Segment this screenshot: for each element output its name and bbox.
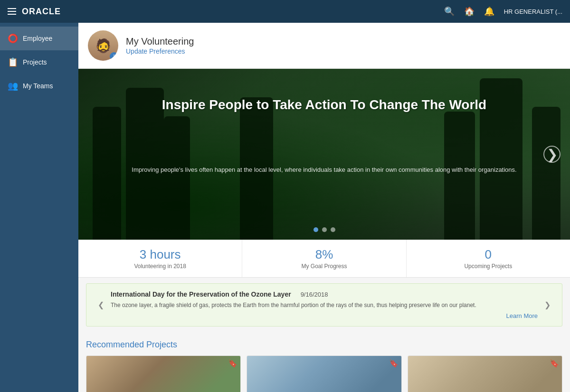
header-text: My Volunteering Update Preferences xyxy=(126,36,194,56)
sidebar-item-projects[interactable]: 📋 Projects xyxy=(0,50,78,74)
stat-upcoming-projects: 0 Upcoming Projects xyxy=(407,240,570,277)
notification-icon[interactable]: 🔔 xyxy=(484,6,494,17)
project-card-3[interactable]: 🔖 xyxy=(408,355,562,392)
card-image-3: 🔖 xyxy=(408,356,562,392)
hero-dots xyxy=(78,227,570,240)
event-title: International Day for the Preservation o… xyxy=(111,290,291,298)
event-banner: ❮ International Day for the Preservation… xyxy=(86,283,562,327)
sidebar-item-myteams[interactable]: 👥 My Teams xyxy=(0,74,78,98)
projects-icon: 📋 xyxy=(8,57,18,67)
stat-value: 3 hours xyxy=(88,247,232,262)
search-icon[interactable]: 🔍 xyxy=(444,6,455,17)
event-next-button[interactable]: ❯ xyxy=(542,299,552,311)
stat-value: 0 xyxy=(416,247,560,262)
event-title-row: International Day for the Preservation o… xyxy=(111,290,538,298)
project-card-1[interactable]: 🔖 xyxy=(86,355,241,392)
stat-goal-progress: 8% My Goal Progress xyxy=(242,240,406,277)
content-header: 🧔 i My Volunteering Update Preferences xyxy=(78,23,570,69)
hero-dot-1[interactable] xyxy=(314,227,318,232)
content-area: 🧔 i My Volunteering Update Preferences I… xyxy=(78,23,570,392)
card-image-2: 🔖 xyxy=(247,356,401,392)
hero-dot-2[interactable] xyxy=(322,227,327,232)
hamburger-menu-icon[interactable] xyxy=(8,8,16,15)
avatar: 🧔 i xyxy=(88,30,118,61)
event-content: International Day for the Preservation o… xyxy=(111,290,538,319)
bookmark-icon[interactable]: 🔖 xyxy=(228,359,238,368)
sidebar-item-label: Employee xyxy=(23,35,52,42)
stat-label: Volunteering in 2018 xyxy=(88,263,232,270)
top-navigation: ORACLE 🔍 🏠 🔔 HR GENERALIST (... xyxy=(0,0,570,23)
update-preferences-link[interactable]: Update Preferences xyxy=(126,47,185,55)
avatar-info-badge: i xyxy=(110,52,118,61)
sidebar-item-label: Projects xyxy=(23,58,47,66)
learn-more-link[interactable]: Learn More xyxy=(111,312,538,319)
card-image-1: 🔖 xyxy=(86,356,240,392)
stat-label: My Goal Progress xyxy=(252,263,396,270)
sidebar: ⭕ Employee 📋 Projects 👥 My Teams xyxy=(0,23,78,392)
user-menu[interactable]: HR GENERALIST (... xyxy=(504,8,562,15)
hero-banner: Inspire People to Take Action To Change … xyxy=(78,69,570,240)
oracle-logo: ORACLE xyxy=(22,7,61,17)
project-cards: 🔖 🔖 🔖 xyxy=(86,355,562,392)
hero-subtitle: Improving people's lives often happen at… xyxy=(78,165,570,185)
teams-icon: 👥 xyxy=(8,81,18,91)
event-description: The ozone layer, a fragile shield of gas… xyxy=(111,301,538,309)
hero-title: Inspire People to Take Action To Change … xyxy=(78,69,570,122)
stat-value: 8% xyxy=(252,247,396,262)
event-prev-button[interactable]: ❮ xyxy=(96,299,106,311)
sidebar-item-label: My Teams xyxy=(23,82,53,90)
bookmark-icon[interactable]: 🔖 xyxy=(389,359,399,368)
stat-volunteering-hours: 3 hours Volunteering in 2018 xyxy=(78,240,242,277)
employee-icon: ⭕ xyxy=(8,33,18,44)
project-card-2[interactable]: 🔖 xyxy=(247,355,401,392)
recommended-title: Recommended Projects xyxy=(86,340,562,350)
page-title: My Volunteering xyxy=(126,36,194,47)
hero-dot-3[interactable] xyxy=(331,227,335,232)
stat-label: Upcoming Projects xyxy=(416,263,560,270)
event-date: 9/16/2018 xyxy=(301,291,328,298)
sidebar-item-employee[interactable]: ⭕ Employee xyxy=(0,27,78,50)
recommended-section: Recommended Projects 🔖 🔖 🔖 xyxy=(78,332,570,392)
home-icon[interactable]: 🏠 xyxy=(464,6,475,17)
stats-bar: 3 hours Volunteering in 2018 8% My Goal … xyxy=(78,240,570,278)
bookmark-icon[interactable]: 🔖 xyxy=(550,359,559,368)
hero-next-button[interactable]: ❯ xyxy=(543,146,560,163)
main-layout: ⭕ Employee 📋 Projects 👥 My Teams 🧔 i My … xyxy=(0,23,570,392)
